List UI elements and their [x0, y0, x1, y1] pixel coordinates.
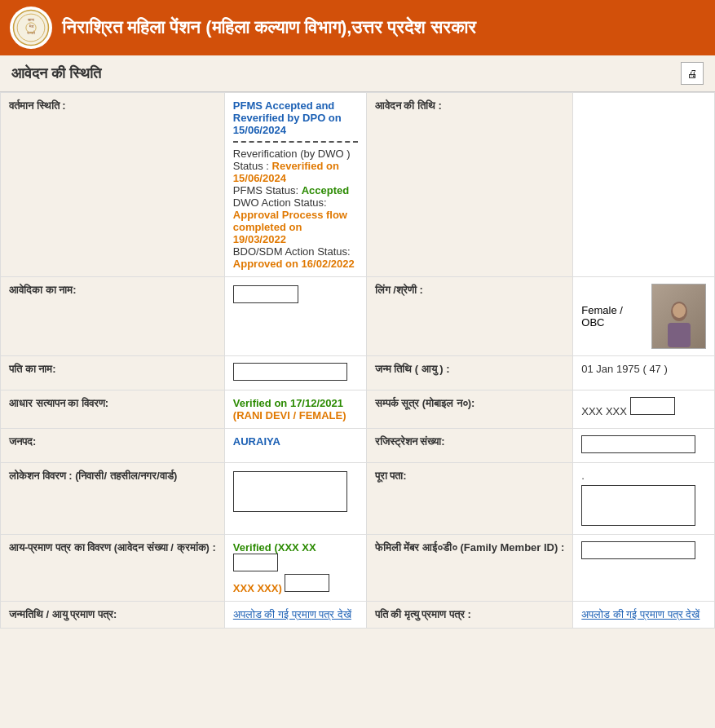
divider — [233, 141, 358, 143]
current-status-label: वर्तमान स्थिति : — [1, 93, 225, 277]
full-address-value: . — [573, 463, 715, 535]
income-verified: Verified (XXX XX — [233, 541, 316, 554]
applicant-name-label: आवेदिका का नाम: — [1, 277, 225, 356]
print-icon[interactable]: 🖨 — [681, 62, 704, 85]
husband-dob-row: पति का नाम: जन्म तिथि ( आयु ) : 01 Jan 1… — [1, 356, 715, 390]
aadhar-label: आधार सत्यापन का विवरण: — [1, 390, 225, 429]
dob-value: 01 Jan 1975 ( 47 ) — [573, 356, 715, 390]
header-title: निराश्रित महिला पेंशन (महिला कल्याण विभा… — [62, 17, 476, 38]
family-id-redacted — [581, 541, 695, 559]
pfms-status-text: PFMS Accepted and Reverified by DPO on 1… — [233, 99, 358, 136]
income-value: Verified (XXX XX XXX XXX) — [224, 535, 366, 602]
income-suffix: XXX XXX) — [233, 582, 282, 594]
logo: सत्य मेव जयते — [10, 7, 52, 49]
main-content: वर्तमान स्थिति : PFMS Accepted and Rever… — [0, 92, 715, 629]
status-row: वर्तमान स्थिति : PFMS Accepted and Rever… — [1, 93, 715, 277]
district-registration-row: जनपद: AURAIYA रजिस्ट्रेशन संख्या: — [1, 429, 715, 463]
location-value — [224, 463, 366, 535]
mobile-value: XXX XXX — [573, 390, 715, 429]
income-family-row: आय-प्रमाण पत्र का विवरण (आवेदन संख्या / … — [1, 535, 715, 602]
reverification-status-value: Reverified on 15/06/2024 — [233, 160, 339, 184]
app-date-value — [573, 93, 715, 277]
svg-rect-7 — [668, 323, 691, 347]
location-address-row: लोकेशन विवरण : (निवासी/ तहसील/नगर/वार्ड)… — [1, 463, 715, 535]
aadhar-mobile-row: आधार सत्यापन का विवरण: Verified on 17/12… — [1, 390, 715, 429]
pfms-accepted: Accepted — [302, 184, 350, 196]
registration-redacted — [581, 435, 695, 453]
full-address-label: पूरा पता: — [366, 463, 573, 535]
svg-text:सत्य: सत्य — [27, 18, 34, 22]
dob-label: जन्म तिथि ( आयु ) : — [366, 356, 573, 390]
header: सत्य मेव जयते निराश्रित महिला पेंशन (महि… — [0, 0, 715, 55]
income-redacted1 — [233, 554, 278, 571]
svg-point-8 — [673, 303, 686, 318]
gender-value-cell: Female / OBC — [573, 277, 715, 356]
family-id-label: फेमिली मेंबर आई०डी० (Family Member ID) : — [366, 535, 573, 602]
aadhar-verified: Verified on 17/12/2021 — [233, 397, 358, 409]
reverification-label: Reverification (by DWO ) — [233, 148, 358, 160]
registration-label: रजिस्ट्रेशन संख्या: — [366, 429, 573, 463]
mobile-redacted — [630, 397, 675, 415]
app-date-label: आवेदन की तिथि : — [366, 93, 573, 277]
name-redacted — [233, 285, 298, 303]
district-label: जनपद: — [1, 429, 225, 463]
svg-text:जयते: जयते — [26, 30, 35, 35]
dob-proof-link[interactable]: अपलोड की गई प्रमाण पत्र देखें — [233, 608, 351, 620]
income-redacted2 — [285, 574, 329, 592]
income-label: आय-प्रमाण पत्र का विवरण (आवेदन संख्या / … — [1, 535, 225, 602]
mobile-label: सम्पर्क सूत्र (मोबाइल न०): — [366, 390, 573, 429]
bdo-action-label: BDO/SDM Action Status: — [233, 245, 358, 258]
applicant-name-value — [224, 277, 366, 356]
husband-value — [224, 356, 366, 390]
dwo-action-label: DWO Action Status: — [233, 196, 358, 209]
mobile-prefix: XXX XXX — [581, 405, 627, 417]
husband-death-value: अपलोड की गई प्रमाण पत्र देखें — [573, 602, 715, 629]
aadhar-value: Verified on 17/12/2021 (RANI DEVI / FEMA… — [224, 390, 366, 429]
registration-value — [573, 429, 715, 463]
current-status-value: PFMS Accepted and Reverified by DPO on 1… — [224, 93, 366, 277]
husband-label: पति का नाम: — [1, 356, 225, 390]
sub-header-title: आवेदन की स्थिति — [11, 65, 101, 82]
district-value: AURAIYA — [224, 429, 366, 463]
reverification-status: Status : Reverified on 15/06/2024 — [233, 160, 358, 184]
dob-proof-label: जन्मतिथि / आयु प्रमाण पत्र: — [1, 602, 225, 629]
name-gender-row: आवेदिका का नाम: लिंग /श्रेणी : Female / … — [1, 277, 715, 356]
location-label: लोकेशन विवरण : (निवासी/ तहसील/नगर/वार्ड) — [1, 463, 225, 535]
pfms-status-row: PFMS Status: Accepted — [233, 184, 358, 196]
bdo-action-value: Approved on 16/02/2022 — [233, 258, 358, 270]
dob-proof-value: अपलोड की गई प्रमाण पत्र देखें — [224, 602, 366, 629]
district-name: AURAIYA — [233, 435, 280, 448]
address-dot: . — [581, 470, 585, 482]
sub-header: आवेदन की स्थिति 🖨 — [0, 55, 715, 92]
location-redacted — [233, 471, 347, 512]
husband-death-link[interactable]: अपलोड की गई प्रमाण पत्र देखें — [581, 608, 700, 620]
svg-text:मेव: मेव — [29, 24, 34, 29]
gender-label: लिंग /श्रेणी : — [366, 277, 573, 356]
proof-documents-row: जन्मतिथि / आयु प्रमाण पत्र: अपलोड की गई … — [1, 602, 715, 629]
applicant-photo — [651, 284, 706, 349]
info-table: वर्तमान स्थिति : PFMS Accepted and Rever… — [0, 92, 715, 629]
family-id-value — [573, 535, 715, 602]
aadhar-name: (RANI DEVI / FEMALE) — [233, 409, 358, 421]
husband-redacted — [233, 363, 347, 381]
dwo-action-value: Approval Process flow completed on 19/03… — [233, 209, 358, 245]
gender-value: Female / OBC — [581, 304, 645, 329]
address-redacted — [581, 485, 695, 526]
husband-death-label: पति की मृत्यु प्रमाण पत्र : — [366, 602, 573, 629]
